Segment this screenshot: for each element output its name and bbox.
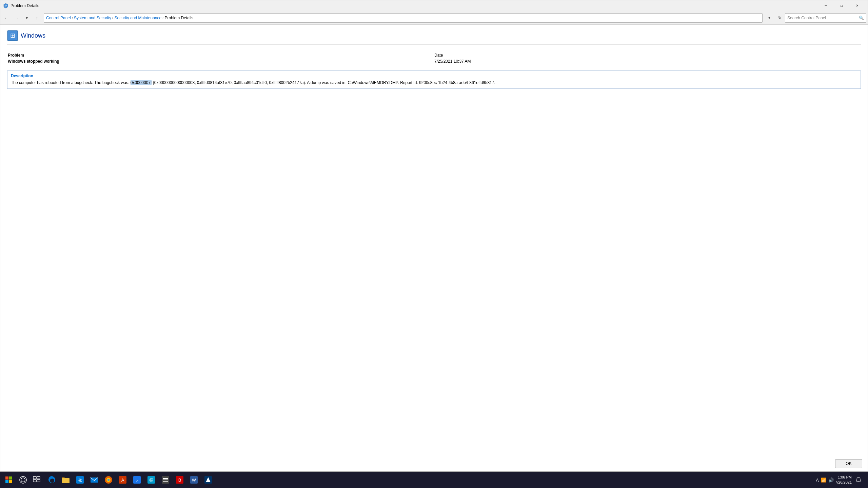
description-highlight: 0x0000007f [131, 80, 152, 85]
clock-date: 7/26/2021 [835, 480, 852, 485]
problem-label: Problem [8, 52, 434, 58]
svg-point-6 [20, 476, 26, 483]
taskbar-app-red[interactable]: A [116, 472, 130, 487]
app-title: Windows [21, 32, 45, 39]
breadcrumb-system-security[interactable]: System and Security [74, 16, 111, 20]
ok-button-container: OK [835, 459, 862, 468]
taskbar-mail[interactable] [87, 472, 101, 487]
svg-text:A: A [121, 477, 124, 483]
breadcrumb-security-maintenance[interactable]: Security and Maintenance [114, 16, 161, 20]
recent-locations-button[interactable]: ▼ [22, 13, 32, 23]
description-text-before: The computer has rebooted from a bugchec… [11, 80, 131, 85]
address-dropdown-button[interactable]: ▼ [765, 13, 774, 23]
tray-icons: ⋀ 📶 🔊 [816, 477, 834, 483]
svg-text:🛍: 🛍 [78, 477, 82, 483]
tray-network[interactable]: 📶 [821, 477, 826, 483]
start-button[interactable] [1, 472, 16, 487]
maximize-button[interactable]: □ [834, 0, 849, 11]
nav-bar: ← → ▼ ↑ Control Panel › System and Secur… [0, 11, 868, 25]
taskbar-store[interactable]: 🛍 [73, 472, 87, 487]
system-clock[interactable]: 1:06 PM 7/26/2021 [835, 475, 852, 485]
taskbar: 🛍 A [0, 472, 868, 488]
svg-text:@: @ [149, 477, 153, 482]
taskbar-file-explorer[interactable] [59, 472, 73, 487]
tray-sound[interactable]: 🔊 [828, 477, 834, 483]
notification-button[interactable] [853, 474, 864, 485]
svg-rect-27 [163, 480, 168, 480]
svg-point-7 [21, 478, 25, 482]
svg-point-18 [107, 479, 110, 481]
taskbar-pinned-apps: 🛍 A [43, 472, 816, 487]
clock-time: 1:06 PM [835, 475, 852, 480]
taskbar-app-navy[interactable] [201, 472, 215, 487]
breadcrumb-current: Problem Details [165, 16, 194, 20]
window-title: Problem Details [11, 3, 818, 8]
window-icon [3, 3, 8, 8]
svg-rect-11 [37, 480, 40, 482]
svg-rect-5 [9, 480, 12, 483]
description-text-after: (0x0000000000000008, 0xffffd0814af31e70,… [152, 80, 495, 85]
search-box: 🔍 [785, 13, 866, 23]
svg-rect-2 [5, 476, 8, 480]
svg-rect-28 [163, 481, 168, 482]
info-table: Problem Date Windows stopped working 7/2… [7, 52, 861, 65]
window-controls: ─ □ ✕ [818, 0, 865, 11]
up-button[interactable]: ↑ [32, 13, 42, 23]
svg-text:⊞: ⊞ [10, 32, 15, 39]
ok-button[interactable]: OK [835, 459, 862, 468]
taskbar-word[interactable]: W [187, 472, 201, 487]
description-title: Description [11, 74, 857, 78]
taskbar-bitdefender[interactable]: B [173, 472, 186, 487]
search-icon[interactable]: 🔍 [859, 16, 864, 20]
system-tray: ⋀ 📶 🔊 1:06 PM 7/26/2021 [816, 474, 867, 485]
taskbar-app-dark[interactable] [159, 472, 172, 487]
back-button[interactable]: ← [2, 13, 11, 23]
close-button[interactable]: ✕ [849, 0, 865, 11]
svg-rect-8 [33, 476, 36, 479]
date-label: Date [434, 52, 860, 58]
window-content: ⊞ Windows Problem Date Windows stopped w… [0, 25, 868, 471]
description-box: Description The computer has rebooted fr… [7, 70, 861, 89]
minimize-button[interactable]: ─ [818, 0, 834, 11]
problem-value: Windows stopped working [8, 59, 434, 64]
svg-text:♪: ♪ [136, 478, 138, 482]
description-text: The computer has rebooted from a bugchec… [11, 80, 857, 86]
taskbar-search[interactable] [16, 472, 30, 487]
forward-button[interactable]: → [12, 13, 21, 23]
svg-rect-9 [37, 476, 40, 479]
taskbar-edge[interactable] [45, 472, 58, 487]
address-bar: Control Panel › System and Security › Se… [44, 13, 763, 23]
svg-text:W: W [192, 477, 196, 483]
search-input[interactable] [787, 16, 857, 20]
taskbar-task-view[interactable] [30, 472, 43, 487]
tray-chevron[interactable]: ⋀ [816, 478, 819, 482]
taskbar-amazon-music[interactable]: ♪ [130, 472, 144, 487]
date-value: 7/25/2021 10:37 AM [434, 59, 860, 64]
title-bar: Problem Details ─ □ ✕ [0, 0, 868, 11]
refresh-button[interactable]: ↻ [775, 13, 784, 23]
taskbar-app-teal[interactable]: @ [144, 472, 158, 487]
windows-icon: ⊞ [7, 30, 18, 41]
svg-rect-26 [163, 478, 168, 479]
app-header: ⊞ Windows [7, 30, 861, 45]
breadcrumb-control-panel[interactable]: Control Panel [46, 16, 71, 20]
main-area: ⊞ Windows Problem Date Windows stopped w… [0, 25, 868, 471]
taskbar-firefox[interactable] [102, 472, 115, 487]
svg-rect-4 [5, 480, 8, 483]
svg-text:B: B [178, 477, 181, 483]
svg-rect-12 [62, 478, 70, 483]
svg-rect-10 [33, 480, 36, 482]
svg-rect-3 [9, 476, 12, 480]
